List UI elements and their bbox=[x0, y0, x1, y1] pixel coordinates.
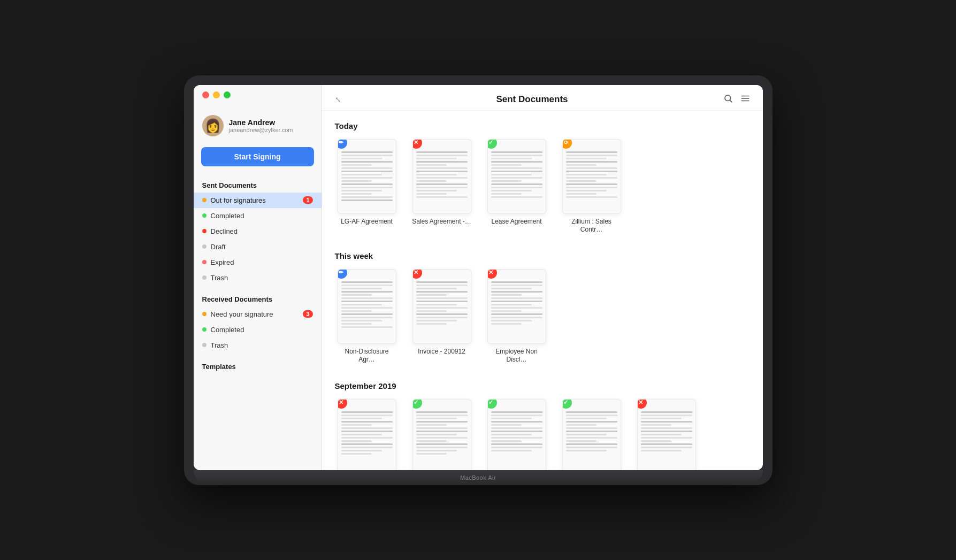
status-badge-blue: ✏ bbox=[338, 139, 347, 149]
doc-thumbnail: ✓ bbox=[487, 399, 546, 470]
documents-scroll: Today ✏ bbox=[322, 111, 763, 470]
sidebar-item-need-signature[interactable]: Need your signature 3 bbox=[194, 306, 322, 322]
doc-thumbnail: ✓ bbox=[487, 139, 546, 214]
doc-thumbnail: ⟳ bbox=[562, 139, 621, 214]
doc-card[interactable]: ✓ Zylker : Subcontract… bbox=[485, 399, 549, 470]
dot-icon bbox=[202, 213, 207, 218]
doc-name: Lease Agreement bbox=[491, 218, 541, 226]
section-september-2019: September 2019 bbox=[335, 381, 750, 390]
sidebar-item-label: Completed bbox=[211, 212, 313, 220]
main-header: ⤡ Sent Documents bbox=[322, 85, 763, 111]
main-title: Sent Documents bbox=[341, 94, 723, 105]
sidebar-item-label: Trash bbox=[211, 274, 313, 282]
doc-card[interactable]: ✕ Sales Agreement -… bbox=[410, 139, 474, 234]
doc-thumbnail: ✕ bbox=[487, 269, 546, 344]
received-documents-section-title: Received Documents bbox=[194, 291, 322, 306]
doc-card[interactable]: ✏ LG-AF Agreement bbox=[335, 139, 399, 234]
doc-name: Zillium : Sales Contr… bbox=[561, 218, 622, 234]
doc-name: Employee Non Discl… bbox=[486, 348, 547, 364]
user-info: Jane Andrew janeandrew@zylker.com bbox=[229, 118, 293, 133]
section-this-week: This week bbox=[335, 251, 750, 260]
sidebar-item-label: Need your signature bbox=[211, 310, 299, 318]
list-view-icon[interactable] bbox=[740, 94, 750, 106]
doc-thumbnail: ✕ bbox=[637, 399, 696, 470]
sidebar-item-label: Declined bbox=[211, 227, 313, 235]
sidebar-item-draft[interactable]: Draft bbox=[194, 239, 322, 255]
dot-icon bbox=[202, 312, 207, 316]
sidebar-item-rec-completed[interactable]: Completed bbox=[194, 322, 322, 337]
header-actions bbox=[723, 94, 750, 106]
doc-thumbnail: ✕ bbox=[338, 399, 396, 470]
status-badge-green: ✓ bbox=[562, 399, 572, 409]
status-badge-green: ✓ bbox=[412, 399, 422, 409]
doc-thumbnail: ✓ bbox=[412, 399, 471, 470]
dot-icon bbox=[202, 260, 207, 264]
doc-name: LG-AF Agreement bbox=[341, 218, 393, 226]
doc-card[interactable]: ✕ Employee Non Discl… bbox=[485, 269, 549, 364]
traffic-light-green[interactable] bbox=[224, 91, 231, 98]
badge-count: 3 bbox=[303, 310, 312, 318]
traffic-light-yellow[interactable] bbox=[213, 91, 220, 98]
templates-section-title: Templates bbox=[194, 358, 322, 374]
dot-icon bbox=[202, 198, 207, 202]
doc-card[interactable]: ⟳ Zillium : Sales Contr… bbox=[560, 139, 624, 234]
user-name: Jane Andrew bbox=[229, 118, 293, 127]
section-today: Today bbox=[335, 121, 750, 131]
sidebar-item-label: Completed bbox=[211, 326, 313, 334]
doc-card[interactable]: ✓ LLC Certification bbox=[560, 399, 624, 470]
sidebar-item-label: Out for signatures bbox=[211, 196, 299, 204]
status-badge-green: ✓ bbox=[487, 139, 497, 149]
doc-card[interactable]: ✕ Non disclosure agre… bbox=[634, 399, 699, 470]
main-content: ⤡ Sent Documents bbox=[322, 85, 763, 470]
today-docs-grid: ✏ LG-AF Agreement bbox=[335, 139, 750, 234]
doc-thumbnail: ✏ bbox=[338, 269, 396, 344]
doc-name: Non-Disclosure Agr… bbox=[336, 348, 397, 364]
avatar: 👩 bbox=[202, 115, 224, 136]
user-email: janeandrew@zylker.com bbox=[229, 127, 293, 133]
svg-line-1 bbox=[730, 100, 731, 102]
expand-icon[interactable]: ⤡ bbox=[335, 95, 341, 104]
dot-icon bbox=[202, 229, 207, 233]
doc-thumbnail: ✕ bbox=[412, 269, 471, 344]
start-signing-button[interactable]: Start Signing bbox=[201, 147, 314, 166]
sidebar-item-out-for-signatures[interactable]: Out for signatures 1 bbox=[194, 193, 322, 208]
sidebar-item-rec-trash[interactable]: Trash bbox=[194, 337, 322, 353]
sidebar: 👩 Jane Andrew janeandrew@zylker.com Star… bbox=[194, 85, 322, 470]
sidebar-item-expired[interactable]: Expired bbox=[194, 255, 322, 270]
status-badge-blue: ✏ bbox=[338, 269, 347, 279]
sidebar-item-label: Expired bbox=[211, 258, 313, 266]
status-badge-red: ✕ bbox=[412, 269, 422, 279]
doc-thumbnail: ✕ bbox=[412, 139, 471, 214]
this-week-docs-grid: ✏ Non-Disclosure Agr… bbox=[335, 269, 750, 364]
doc-name: Invoice - 200912 bbox=[418, 348, 465, 356]
laptop-model-label: MacBook Air bbox=[460, 474, 496, 481]
traffic-light-red[interactable] bbox=[202, 91, 209, 98]
dot-icon bbox=[202, 343, 207, 347]
badge-count: 1 bbox=[303, 196, 312, 204]
sidebar-item-label: Trash bbox=[211, 341, 313, 349]
sidebar-item-trash[interactable]: Trash bbox=[194, 270, 322, 286]
dot-icon bbox=[202, 275, 207, 280]
doc-thumbnail: ✏ bbox=[338, 139, 396, 214]
status-badge-red: ✕ bbox=[338, 399, 347, 409]
doc-card[interactable]: ✓ Zillium : Sales Contr… bbox=[410, 399, 474, 470]
doc-card[interactable]: ✏ Non-Disclosure Agr… bbox=[335, 269, 399, 364]
status-badge-red: ✕ bbox=[412, 139, 422, 149]
sidebar-item-declined[interactable]: Declined bbox=[194, 224, 322, 239]
user-profile: 👩 Jane Andrew janeandrew@zylker.com bbox=[194, 106, 322, 147]
sidebar-item-label: Draft bbox=[211, 243, 313, 251]
sent-documents-section-title: Sent Documents bbox=[194, 177, 322, 193]
doc-card[interactable]: ✕ Invoice - 200912 bbox=[410, 269, 474, 364]
status-badge-red: ✕ bbox=[637, 399, 647, 409]
september-docs-grid: ✕ Letter of Agreement bbox=[335, 399, 750, 470]
doc-card[interactable]: ✓ Lease Agreement bbox=[485, 139, 549, 234]
search-icon[interactable] bbox=[723, 94, 733, 106]
status-badge-red: ✕ bbox=[487, 269, 497, 279]
status-badge-green: ✓ bbox=[487, 399, 497, 409]
dot-icon bbox=[202, 327, 207, 332]
sidebar-item-completed[interactable]: Completed bbox=[194, 208, 322, 224]
dot-icon bbox=[202, 244, 207, 249]
doc-card[interactable]: ✕ Letter of Agreement bbox=[335, 399, 399, 470]
doc-name: Sales Agreement -… bbox=[412, 218, 471, 226]
status-badge-orange: ⟳ bbox=[562, 139, 572, 149]
